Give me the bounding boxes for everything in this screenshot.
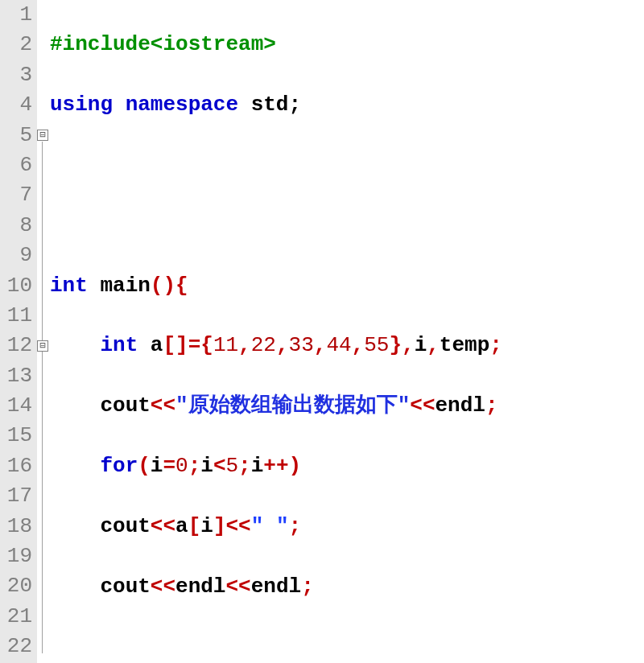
identifier: a	[175, 514, 188, 538]
indent	[50, 514, 100, 538]
line-number: 21	[0, 602, 32, 632]
fold-toggle-icon[interactable]: ⊟	[37, 340, 48, 352]
operator: <<	[151, 393, 175, 418]
line-number: 9	[0, 241, 32, 270]
bracket: ]	[213, 514, 226, 538]
line-number: 7	[0, 180, 32, 210]
number: 55	[364, 333, 389, 357]
line-number: 11	[0, 301, 32, 331]
identifier: std	[238, 93, 288, 117]
code-line: cout<<a[i]<<" ";	[50, 512, 644, 542]
paren: )	[289, 454, 302, 478]
code-line: cout<<"原始数组输出数据如下"<<endl;	[50, 391, 644, 421]
number: 5	[226, 454, 239, 478]
string-literal: " "	[251, 514, 289, 538]
line-number: 10	[0, 271, 32, 301]
space	[113, 93, 126, 117]
code-area[interactable]: #include<iostream> using namespace std; …	[50, 0, 644, 663]
fold-toggle-icon[interactable]: ⊟	[37, 130, 48, 141]
operator: ++	[263, 454, 288, 478]
code-line: using namespace std;	[50, 90, 644, 120]
operator: <<	[225, 574, 250, 599]
comma: ,	[238, 333, 251, 357]
comma: ,	[427, 333, 440, 357]
line-number: 16	[0, 451, 32, 481]
paren: )	[163, 274, 175, 298]
line-number: 19	[0, 542, 32, 571]
number: 33	[289, 333, 314, 357]
code-line: #include<iostream>	[50, 30, 644, 60]
identifier: i	[415, 333, 427, 357]
identifier: i	[200, 514, 213, 538]
number: 44	[326, 333, 351, 357]
identifier: endl	[436, 393, 485, 418]
code-line: cout<<endl<<endl;	[50, 572, 644, 602]
semicolon: ;	[188, 454, 201, 478]
identifier: endl	[251, 574, 301, 599]
semicolon: ;	[301, 574, 314, 599]
code-line: int a[]={11,22,33,44,55},i,temp;	[50, 331, 644, 360]
operator: =	[163, 454, 175, 478]
line-number: 20	[0, 571, 32, 601]
line-number: 6	[0, 150, 32, 180]
identifier: a	[151, 333, 163, 357]
line-number: 13	[0, 361, 32, 391]
brace: {	[200, 333, 213, 357]
identifier: i	[200, 454, 213, 478]
code-line: int main(){	[50, 271, 644, 301]
comma: ,	[352, 333, 365, 357]
line-number: 8	[0, 211, 32, 241]
indent	[50, 333, 100, 357]
indent	[50, 454, 100, 478]
line-number: 3	[0, 60, 32, 90]
bracket: [	[188, 514, 201, 538]
identifier: endl	[175, 574, 225, 599]
indent	[50, 574, 100, 599]
operator: <<	[410, 393, 435, 418]
line-number: 1	[0, 0, 32, 30]
keyword: using	[50, 93, 113, 117]
line-number: 5	[0, 121, 32, 150]
keyword: int	[100, 333, 138, 357]
identifier: temp	[440, 333, 489, 357]
bracket: ]	[175, 333, 188, 357]
number: 11	[213, 333, 238, 357]
brace: {	[175, 274, 188, 298]
line-number: 12	[0, 331, 32, 360]
identifier: i	[151, 454, 163, 478]
line-number: 15	[0, 421, 32, 451]
line-number-gutter: 1 2 3 4 5 6 7 8 9 10 11 12 13 14 15 16 1…	[0, 0, 37, 663]
paren: (	[151, 274, 163, 298]
line-number: 4	[0, 90, 32, 120]
keyword: namespace	[126, 93, 238, 117]
preprocessor: #include<iostream>	[50, 32, 276, 56]
semicolon: ;	[288, 93, 301, 117]
semicolon: ;	[238, 454, 251, 478]
operator: <	[213, 454, 226, 478]
fold-column: ⊟ ⊟	[37, 0, 50, 663]
identifier: cout	[100, 514, 150, 538]
identifier: i	[251, 454, 264, 478]
keyword: for	[100, 454, 138, 478]
comma: ,	[402, 333, 415, 357]
comma: ,	[314, 333, 327, 357]
space	[88, 274, 101, 298]
line-number: 18	[0, 512, 32, 542]
function-name: main	[100, 274, 150, 298]
keyword: int	[50, 274, 88, 298]
operator: <<	[151, 514, 175, 538]
bracket: [	[163, 333, 175, 357]
code-line	[50, 632, 644, 661]
line-number: 17	[0, 481, 32, 511]
code-editor[interactable]: 1 2 3 4 5 6 7 8 9 10 11 12 13 14 15 16 1…	[0, 0, 644, 663]
code-line	[50, 211, 644, 241]
string-literal: "原始数组输出数据如下"	[175, 393, 410, 418]
identifier: cout	[100, 574, 150, 599]
space	[138, 333, 151, 357]
operator: <<	[151, 574, 175, 599]
indent	[50, 393, 100, 418]
fold-guide-line	[42, 142, 43, 653]
identifier: cout	[100, 393, 150, 418]
line-number: 2	[0, 30, 32, 60]
semicolon: ;	[289, 514, 302, 538]
